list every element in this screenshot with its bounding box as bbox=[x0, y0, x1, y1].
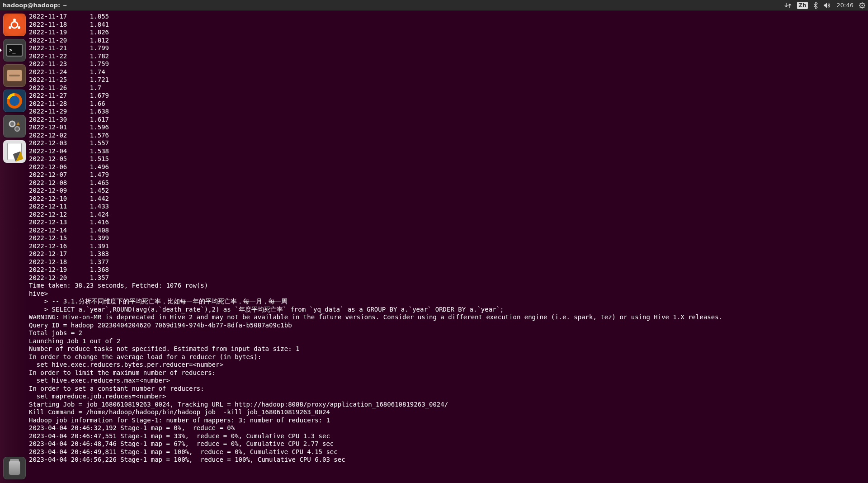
terminal-line: 2023-04-04 20:46:48,746 Stage-1 map = 67… bbox=[29, 440, 867, 448]
bluetooth-icon[interactable] bbox=[813, 2, 818, 9]
terminal-line: 2022-11-17 1.855 bbox=[29, 13, 867, 21]
terminal-line: 2022-12-02 1.576 bbox=[29, 132, 867, 140]
terminal-line: 2022-12-12 1.424 bbox=[29, 211, 867, 219]
terminal-line: In order to set a constant number of red… bbox=[29, 385, 867, 393]
terminal-line: 2022-11-24 1.74 bbox=[29, 68, 867, 76]
dash-icon[interactable] bbox=[3, 14, 26, 36]
svg-point-1 bbox=[862, 5, 863, 6]
terminal-line: 2022-12-17 1.383 bbox=[29, 250, 867, 258]
terminal-line: In order to limit the maximum number of … bbox=[29, 369, 867, 377]
terminal-line: 2022-12-01 1.596 bbox=[29, 123, 867, 132]
terminal-line: In order to change the average load for … bbox=[29, 353, 867, 361]
launcher-trash[interactable] bbox=[3, 457, 26, 479]
terminal-line: set mapreduce.job.reduces=<number> bbox=[29, 393, 867, 401]
terminal-line: 2022-12-10 1.442 bbox=[29, 195, 867, 203]
power-icon[interactable] bbox=[859, 2, 865, 9]
terminal-line: 2022-12-20 1.357 bbox=[29, 274, 867, 282]
terminal-line: > -- 3.1.分析不同维度下的平均死亡率，比如每一年的平均死亡率，每一月，每… bbox=[29, 298, 867, 306]
terminal-line: 2022-12-08 1.465 bbox=[29, 179, 867, 187]
terminal-line: 2022-12-06 1.496 bbox=[29, 163, 867, 171]
terminal-line: Time taken: 38.23 seconds, Fetched: 1076… bbox=[29, 282, 867, 290]
terminal-line: > SELECT a.`year`,ROUND(avg(a.`death_rat… bbox=[29, 306, 867, 314]
terminal-line: 2022-11-25 1.721 bbox=[29, 76, 867, 84]
terminal-line: 2022-12-19 1.368 bbox=[29, 266, 867, 274]
terminal-line: Query ID = hadoop_20230404204620_7069d19… bbox=[29, 322, 867, 330]
terminal-line: set hive.exec.reducers.max=<number> bbox=[29, 377, 867, 385]
terminal-line: 2022-12-04 1.538 bbox=[29, 147, 867, 156]
terminal-line: 2022-12-09 1.452 bbox=[29, 187, 867, 195]
svg-point-6 bbox=[9, 121, 15, 127]
terminal-line: 2022-11-18 1.841 bbox=[29, 21, 867, 29]
svg-point-4 bbox=[9, 26, 11, 29]
terminal-line: 2023-04-04 20:46:49,811 Stage-1 map = 10… bbox=[29, 448, 867, 456]
top-panel: hadoop@hadoop: ~ Zh 20:46 bbox=[0, 0, 868, 11]
launcher-settings[interactable] bbox=[3, 115, 26, 137]
terminal-line: 2022-11-28 1.66 bbox=[29, 100, 867, 108]
terminal-line: Kill Command = /home/hadoop/hadoop/bin/h… bbox=[29, 408, 867, 417]
terminal-line: 2022-11-19 1.826 bbox=[29, 28, 867, 37]
terminal-line: 2022-11-23 1.759 bbox=[29, 60, 867, 68]
input-method-indicator[interactable]: Zh bbox=[797, 2, 807, 9]
terminal-line: 2022-12-13 1.416 bbox=[29, 218, 867, 227]
terminal-line: Total jobs = 2 bbox=[29, 329, 867, 337]
launcher-text-editor[interactable] bbox=[3, 140, 26, 163]
terminal-output[interactable]: 2022-11-17 1.8552022-11-18 1.8412022-11-… bbox=[29, 11, 868, 483]
terminal-line: Starting Job = job_1680610819263_0024, T… bbox=[29, 401, 867, 409]
window-title: hadoop@hadoop: ~ bbox=[3, 2, 67, 9]
sound-icon[interactable] bbox=[823, 2, 831, 9]
terminal-line: 2022-11-26 1.7 bbox=[29, 84, 867, 92]
network-icon[interactable] bbox=[784, 2, 792, 9]
terminal-line: 2022-12-15 1.399 bbox=[29, 234, 867, 242]
terminal-line: Hadoop job information for Stage-1: numb… bbox=[29, 417, 867, 425]
terminal-line: Launching Job 1 out of 2 bbox=[29, 337, 867, 346]
launcher-terminal[interactable]: >_ bbox=[3, 39, 26, 62]
svg-point-5 bbox=[18, 26, 20, 29]
terminal-line: 2022-12-05 1.515 bbox=[29, 155, 867, 163]
terminal-line: 2022-12-14 1.408 bbox=[29, 227, 867, 235]
terminal-line: hive> bbox=[29, 290, 867, 298]
terminal-line: 2023-04-04 20:46:56,226 Stage-1 map = 10… bbox=[29, 456, 867, 464]
terminal-line: 2022-11-27 1.679 bbox=[29, 92, 867, 100]
clock[interactable]: 20:46 bbox=[837, 2, 854, 9]
terminal-line: 2022-11-20 1.812 bbox=[29, 37, 867, 45]
launcher-files[interactable] bbox=[3, 64, 26, 87]
terminal-line: 2022-12-07 1.479 bbox=[29, 171, 867, 179]
terminal-line: 2022-12-18 1.377 bbox=[29, 258, 867, 266]
terminal-line: WARNING: Hive-on-MR is deprecated in Hiv… bbox=[29, 313, 867, 322]
svg-point-2 bbox=[11, 22, 18, 28]
svg-point-3 bbox=[13, 19, 16, 21]
terminal-line: Number of reduce tasks not specified. Es… bbox=[29, 345, 867, 353]
svg-point-7 bbox=[15, 127, 19, 131]
terminal-line: 2022-11-29 1.638 bbox=[29, 108, 867, 116]
unity-launcher: >_ bbox=[0, 11, 29, 483]
launcher-firefox[interactable] bbox=[3, 90, 26, 112]
terminal-line: 2022-12-03 1.557 bbox=[29, 139, 867, 147]
terminal-line: 2023-04-04 20:46:32,192 Stage-1 map = 0%… bbox=[29, 424, 867, 432]
terminal-line: set hive.exec.reducers.bytes.per.reducer… bbox=[29, 361, 867, 369]
terminal-line: 2022-11-22 1.782 bbox=[29, 52, 867, 61]
terminal-line: 2022-11-21 1.799 bbox=[29, 44, 867, 52]
terminal-line: 2022-12-16 1.391 bbox=[29, 242, 867, 251]
system-tray: Zh 20:46 bbox=[784, 2, 865, 9]
terminal-line: 2023-04-04 20:46:47,551 Stage-1 map = 33… bbox=[29, 432, 867, 440]
terminal-line: 2022-12-11 1.433 bbox=[29, 203, 867, 211]
terminal-line: 2022-11-30 1.617 bbox=[29, 116, 867, 124]
